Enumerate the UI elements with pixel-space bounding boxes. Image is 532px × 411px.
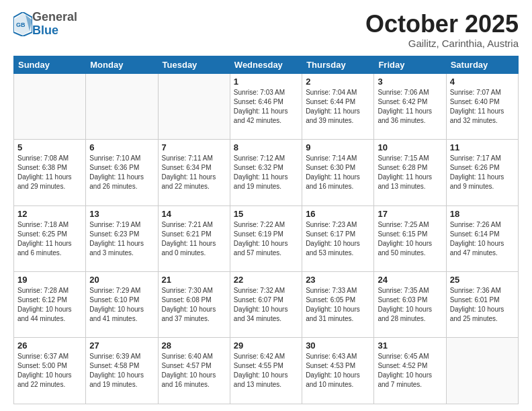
day-cell: 17Sunrise: 7:25 AM Sunset: 6:15 PM Dayli… — [374, 205, 446, 271]
day-number: 10 — [378, 142, 442, 152]
week-row-2: 12Sunrise: 7:18 AM Sunset: 6:25 PM Dayli… — [14, 205, 519, 271]
day-info: Sunrise: 7:12 AM Sunset: 6:32 PM Dayligh… — [234, 154, 298, 191]
day-number: 12 — [17, 209, 82, 219]
location: Gailitz, Carinthia, Austria — [365, 38, 519, 49]
day-cell: 22Sunrise: 7:32 AM Sunset: 6:07 PM Dayli… — [230, 272, 302, 338]
day-cell: 9Sunrise: 7:14 AM Sunset: 6:30 PM Daylig… — [302, 140, 374, 205]
day-number: 3 — [378, 77, 442, 87]
title-block: October 2025 Gailitz, Carinthia, Austria — [365, 11, 519, 49]
day-cell: 15Sunrise: 7:22 AM Sunset: 6:19 PM Dayli… — [230, 205, 302, 271]
day-number: 13 — [89, 209, 154, 219]
day-number: 24 — [378, 275, 442, 285]
day-cell: 14Sunrise: 7:21 AM Sunset: 6:21 PM Dayli… — [158, 205, 230, 271]
day-info: Sunrise: 7:15 AM Sunset: 6:28 PM Dayligh… — [378, 154, 442, 191]
day-cell: 23Sunrise: 7:33 AM Sunset: 6:05 PM Dayli… — [302, 272, 374, 338]
day-cell: 28Sunrise: 6:40 AM Sunset: 4:57 PM Dayli… — [158, 338, 230, 404]
day-info: Sunrise: 6:39 AM Sunset: 4:58 PM Dayligh… — [89, 352, 154, 390]
day-cell: 29Sunrise: 6:42 AM Sunset: 4:55 PM Dayli… — [230, 338, 302, 404]
week-row-0: 1Sunrise: 7:03 AM Sunset: 6:46 PM Daylig… — [14, 73, 519, 139]
day-number: 6 — [89, 142, 154, 152]
day-info: Sunrise: 7:03 AM Sunset: 6:46 PM Dayligh… — [234, 88, 298, 126]
day-number: 25 — [450, 275, 515, 285]
day-cell: 30Sunrise: 6:43 AM Sunset: 4:53 PM Dayli… — [302, 338, 374, 404]
day-number: 5 — [17, 142, 82, 152]
day-number: 19 — [17, 275, 82, 285]
day-cell: 5Sunrise: 7:08 AM Sunset: 6:38 PM Daylig… — [14, 140, 86, 205]
day-cell: 13Sunrise: 7:19 AM Sunset: 6:23 PM Dayli… — [86, 205, 158, 271]
day-number: 27 — [89, 340, 154, 351]
day-info: Sunrise: 7:19 AM Sunset: 6:23 PM Dayligh… — [89, 220, 154, 258]
day-number: 2 — [306, 77, 370, 87]
day-number: 1 — [234, 77, 298, 87]
day-number: 20 — [89, 275, 154, 285]
day-info: Sunrise: 7:29 AM Sunset: 6:10 PM Dayligh… — [89, 286, 154, 324]
header-thursday: Thursday — [302, 56, 374, 73]
page: GB General Blue October 2025 Gailitz, Ca… — [0, 0, 532, 411]
day-cell: 12Sunrise: 7:18 AM Sunset: 6:25 PM Dayli… — [14, 205, 86, 271]
day-info: Sunrise: 6:45 AM Sunset: 4:52 PM Dayligh… — [378, 352, 442, 390]
day-number: 30 — [306, 340, 370, 351]
header-tuesday: Tuesday — [158, 56, 230, 73]
header-monday: Monday — [86, 56, 158, 73]
day-info: Sunrise: 7:04 AM Sunset: 6:44 PM Dayligh… — [306, 88, 370, 126]
week-row-4: 26Sunrise: 6:37 AM Sunset: 5:00 PM Dayli… — [14, 338, 519, 404]
day-cell: 8Sunrise: 7:12 AM Sunset: 6:32 PM Daylig… — [230, 140, 302, 205]
day-number: 15 — [234, 209, 298, 219]
day-cell: 6Sunrise: 7:10 AM Sunset: 6:36 PM Daylig… — [86, 140, 158, 205]
logo-general: General — [32, 11, 77, 24]
day-info: Sunrise: 7:07 AM Sunset: 6:40 PM Dayligh… — [450, 88, 515, 126]
logo: GB General Blue — [13, 11, 77, 38]
header-friday: Friday — [374, 56, 446, 73]
header-wednesday: Wednesday — [230, 56, 302, 73]
day-cell: 27Sunrise: 6:39 AM Sunset: 4:58 PM Dayli… — [86, 338, 158, 404]
day-info: Sunrise: 7:26 AM Sunset: 6:14 PM Dayligh… — [450, 220, 515, 258]
day-cell: 10Sunrise: 7:15 AM Sunset: 6:28 PM Dayli… — [374, 140, 446, 205]
day-cell: 24Sunrise: 7:35 AM Sunset: 6:03 PM Dayli… — [374, 272, 446, 338]
day-number: 31 — [378, 340, 442, 351]
calendar-table: Sunday Monday Tuesday Wednesday Thursday… — [13, 56, 519, 404]
month-title: October 2025 — [365, 11, 519, 38]
day-info: Sunrise: 6:43 AM Sunset: 4:53 PM Dayligh… — [306, 352, 370, 390]
day-cell: 4Sunrise: 7:07 AM Sunset: 6:40 PM Daylig… — [446, 73, 518, 139]
day-number: 11 — [450, 142, 515, 152]
day-info: Sunrise: 6:37 AM Sunset: 5:00 PM Dayligh… — [17, 352, 82, 390]
day-number: 23 — [306, 275, 370, 285]
logo-text: General Blue — [32, 11, 77, 38]
day-number: 29 — [234, 340, 298, 351]
header-saturday: Saturday — [446, 56, 518, 73]
day-cell: 3Sunrise: 7:06 AM Sunset: 6:42 PM Daylig… — [374, 73, 446, 139]
day-cell — [446, 338, 518, 404]
day-cell: 25Sunrise: 7:36 AM Sunset: 6:01 PM Dayli… — [446, 272, 518, 338]
logo-icon: GB — [13, 12, 32, 36]
day-info: Sunrise: 7:32 AM Sunset: 6:07 PM Dayligh… — [234, 286, 298, 324]
day-info: Sunrise: 7:25 AM Sunset: 6:15 PM Dayligh… — [378, 220, 442, 258]
day-cell: 1Sunrise: 7:03 AM Sunset: 6:46 PM Daylig… — [230, 73, 302, 139]
day-number: 17 — [378, 209, 442, 219]
day-number: 18 — [450, 209, 515, 219]
day-info: Sunrise: 7:08 AM Sunset: 6:38 PM Dayligh… — [17, 154, 82, 191]
day-number: 16 — [306, 209, 370, 219]
day-cell: 18Sunrise: 7:26 AM Sunset: 6:14 PM Dayli… — [446, 205, 518, 271]
day-cell: 7Sunrise: 7:11 AM Sunset: 6:34 PM Daylig… — [158, 140, 230, 205]
day-cell: 2Sunrise: 7:04 AM Sunset: 6:44 PM Daylig… — [302, 73, 374, 139]
day-info: Sunrise: 7:11 AM Sunset: 6:34 PM Dayligh… — [162, 154, 226, 191]
day-cell: 31Sunrise: 6:45 AM Sunset: 4:52 PM Dayli… — [374, 338, 446, 404]
day-number: 22 — [234, 275, 298, 285]
day-number: 14 — [162, 209, 226, 219]
day-number: 26 — [17, 340, 82, 351]
day-info: Sunrise: 6:40 AM Sunset: 4:57 PM Dayligh… — [162, 352, 226, 390]
day-info: Sunrise: 7:36 AM Sunset: 6:01 PM Dayligh… — [450, 286, 515, 324]
week-row-1: 5Sunrise: 7:08 AM Sunset: 6:38 PM Daylig… — [14, 140, 519, 205]
day-info: Sunrise: 7:30 AM Sunset: 6:08 PM Dayligh… — [162, 286, 226, 324]
day-number: 9 — [306, 142, 370, 152]
day-info: Sunrise: 7:28 AM Sunset: 6:12 PM Dayligh… — [17, 286, 82, 324]
day-number: 4 — [450, 77, 515, 87]
day-cell — [86, 73, 158, 139]
day-cell: 11Sunrise: 7:17 AM Sunset: 6:26 PM Dayli… — [446, 140, 518, 205]
svg-text:GB: GB — [16, 21, 26, 28]
day-cell: 26Sunrise: 6:37 AM Sunset: 5:00 PM Dayli… — [14, 338, 86, 404]
week-row-3: 19Sunrise: 7:28 AM Sunset: 6:12 PM Dayli… — [14, 272, 519, 338]
day-cell: 16Sunrise: 7:23 AM Sunset: 6:17 PM Dayli… — [302, 205, 374, 271]
header-sunday: Sunday — [14, 56, 86, 73]
day-cell: 19Sunrise: 7:28 AM Sunset: 6:12 PM Dayli… — [14, 272, 86, 338]
